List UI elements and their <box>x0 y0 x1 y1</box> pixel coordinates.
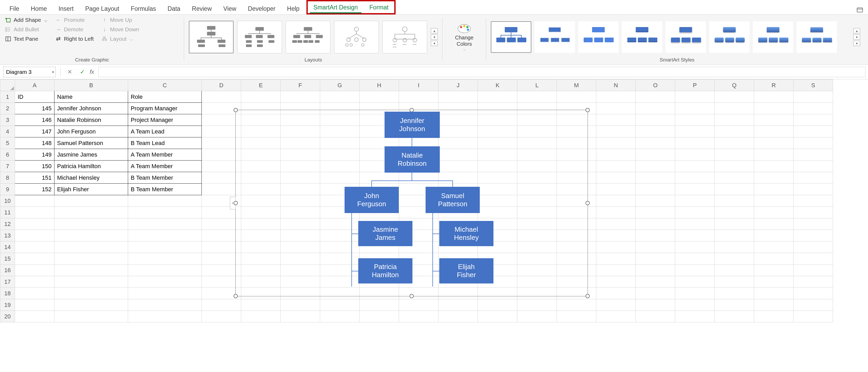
style-option-7[interactable] <box>753 21 793 53</box>
svg-rect-1 <box>7 19 10 22</box>
tab-insert[interactable]: Insert <box>53 3 80 14</box>
styles-up[interactable]: ▴ <box>853 28 860 33</box>
layout-option-2[interactable] <box>237 21 282 53</box>
col-header-C[interactable]: C <box>128 79 202 91</box>
promote-label: Promote <box>64 17 85 23</box>
col-header-F[interactable]: F <box>281 79 320 91</box>
cell[interactable]: Name <box>55 91 128 103</box>
col-header-G[interactable]: G <box>320 79 360 91</box>
style-option-3[interactable] <box>578 21 619 53</box>
cancel-formula-icon[interactable]: ✕ <box>63 69 76 75</box>
org-node-b-member-1[interactable]: Michael Hensley <box>439 221 493 246</box>
add-shape-button[interactable]: Add Shape ⌵ <box>5 17 48 23</box>
tab-smartart-design[interactable]: SmartArt Design <box>308 1 364 13</box>
col-header-Q[interactable]: Q <box>715 79 754 91</box>
name-box[interactable]: Diagram 3 <box>3 67 56 77</box>
enter-formula-icon[interactable]: ✓ <box>76 69 89 75</box>
org-node-b-member-2[interactable]: Elijah Fisher <box>439 258 493 283</box>
tab-developer[interactable]: Developer <box>242 3 281 14</box>
fx-icon[interactable]: fx <box>90 69 94 75</box>
select-all-corner[interactable] <box>0 79 15 91</box>
tab-formulas[interactable]: Formulas <box>125 3 162 14</box>
move-up-button: ↑Move Up <box>101 17 139 23</box>
rtl-button[interactable]: ⇄Right to Left <box>55 36 94 42</box>
layout-option-1[interactable] <box>189 21 234 53</box>
tab-data[interactable]: Data <box>162 3 186 14</box>
resize-handle-br[interactable] <box>586 294 590 298</box>
org-node-b-lead[interactable]: Samuel Patterson <box>426 187 480 213</box>
resize-handle-bl[interactable] <box>234 294 238 298</box>
tab-home[interactable]: Home <box>25 3 53 14</box>
col-header-S[interactable]: S <box>794 79 833 91</box>
org-node-a-lead[interactable]: John Ferguson <box>345 187 399 213</box>
row-header[interactable]: 1 <box>0 91 15 103</box>
col-header-D[interactable]: D <box>202 79 241 91</box>
move-up-label: Move Up <box>110 17 132 23</box>
formula-bar: Diagram 3 ✕ ✓ fx <box>0 65 868 79</box>
col-header-J[interactable]: J <box>438 79 478 91</box>
style-option-2[interactable] <box>534 21 575 53</box>
col-header-K[interactable]: K <box>478 79 517 91</box>
tab-review[interactable]: Review <box>186 3 218 14</box>
col-header-R[interactable]: R <box>754 79 794 91</box>
col-header-N[interactable]: N <box>596 79 636 91</box>
style-option-1[interactable] <box>491 21 531 53</box>
resize-handle-l[interactable] <box>234 201 238 205</box>
svg-point-14 <box>350 44 352 46</box>
col-header-O[interactable]: O <box>636 79 675 91</box>
svg-rect-8 <box>105 39 107 41</box>
svg-rect-0 <box>857 8 863 12</box>
add-bullet-label: Add Bullet <box>14 26 39 33</box>
svg-point-21 <box>460 26 462 28</box>
col-header-B[interactable]: B <box>55 79 128 91</box>
style-option-5[interactable] <box>665 21 706 53</box>
resize-handle-tl[interactable] <box>234 108 238 112</box>
col-header-E[interactable]: E <box>241 79 281 91</box>
demote-label: Demote <box>64 26 83 33</box>
layouts-more[interactable]: ▾ <box>431 41 438 46</box>
smartart-object[interactable]: ‹ Jennifer Johnson Natalie Robinson John… <box>236 110 588 296</box>
col-header-A[interactable]: A <box>15 79 55 91</box>
resize-handle-r[interactable] <box>586 201 590 205</box>
layout-option-3[interactable] <box>286 21 330 53</box>
formula-input[interactable] <box>98 67 865 77</box>
layout-option-5[interactable] <box>382 21 427 53</box>
col-header-I[interactable]: I <box>399 79 438 91</box>
add-shape-label: Add Shape <box>14 17 41 23</box>
tab-file[interactable]: File <box>4 3 25 14</box>
style-option-6[interactable] <box>709 21 750 53</box>
tab-view[interactable]: View <box>218 3 242 14</box>
cell[interactable]: ID <box>15 91 55 103</box>
col-header-P[interactable]: P <box>675 79 715 91</box>
table-row[interactable]: 1 ID Name Role <box>0 91 833 103</box>
col-header-L[interactable]: L <box>517 79 557 91</box>
style-option-8[interactable] <box>797 21 837 53</box>
tab-page-layout[interactable]: Page Layout <box>80 3 125 14</box>
layout-option-4[interactable] <box>334 21 379 53</box>
org-node-program-manager[interactable]: Jennifer Johnson <box>384 112 440 138</box>
layout-icon <box>101 36 108 42</box>
org-node-a-member-2[interactable]: Patricia Hamilton <box>358 258 412 283</box>
svg-point-2 <box>6 28 7 28</box>
change-colors-button[interactable]: Change Colors ⌵ <box>447 23 482 51</box>
share-icon[interactable] <box>856 5 864 14</box>
cell[interactable]: Role <box>128 91 202 103</box>
org-node-a-member-1[interactable]: Jasmine James <box>358 221 412 246</box>
promote-button: ←Promote <box>55 17 94 23</box>
layouts-up[interactable]: ▴ <box>431 28 438 33</box>
styles-down[interactable]: ▾ <box>853 34 860 40</box>
style-option-4[interactable] <box>622 21 662 53</box>
context-tab-highlight: SmartArt Design Format <box>306 0 396 14</box>
tab-format[interactable]: Format <box>364 1 394 13</box>
resize-handle-b[interactable] <box>409 294 414 298</box>
styles-more[interactable]: ▾ <box>853 41 860 46</box>
col-header-M[interactable]: M <box>557 79 596 91</box>
svg-point-24 <box>467 29 469 31</box>
demote-button: →Demote <box>55 26 94 33</box>
tab-help[interactable]: Help <box>281 3 305 14</box>
col-header-H[interactable]: H <box>360 79 399 91</box>
org-node-project-manager[interactable]: Natalie Robinson <box>384 146 440 173</box>
layouts-down[interactable]: ▾ <box>431 34 438 40</box>
text-pane-button[interactable]: Text Pane <box>5 36 48 42</box>
resize-handle-tr[interactable] <box>586 108 590 112</box>
